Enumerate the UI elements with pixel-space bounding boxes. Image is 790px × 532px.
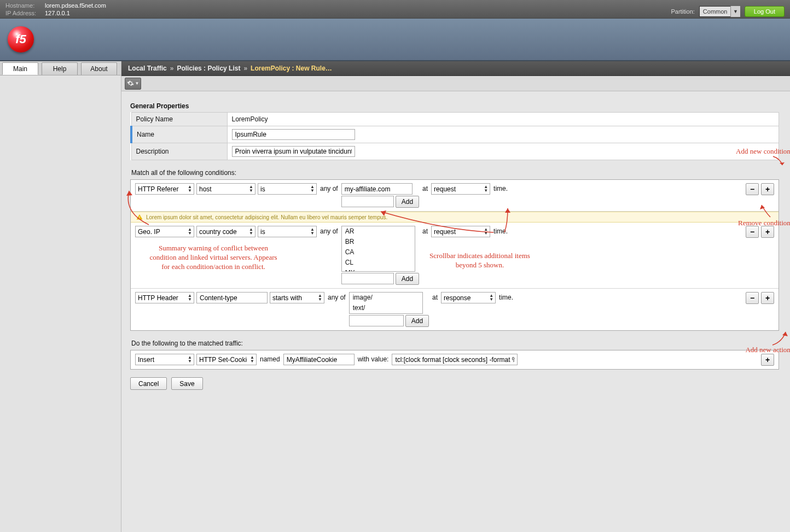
cond3-compare-select[interactable]: starts with	[270, 292, 324, 303]
ip-label: IP Address:	[5, 9, 45, 17]
list-item[interactable]: text/	[350, 303, 422, 313]
f5-logo: f5	[8, 26, 34, 52]
list-item[interactable]: AR	[342, 226, 415, 237]
cond3-new-value-input[interactable]	[349, 315, 404, 326]
cancel-button[interactable]: Cancel	[130, 377, 167, 390]
svg-marker-0	[780, 162, 785, 165]
name-label: Name	[131, 126, 227, 143]
toolbar: ▼	[121, 76, 790, 91]
policy-name-value: LoremPolicy	[227, 113, 779, 126]
breadcrumb-2[interactable]: Policies : Policy List	[177, 65, 240, 72]
cond2-remove-button[interactable]: −	[746, 226, 759, 238]
actions-box: Insert HTTP Set-Cookie named with value:…	[130, 350, 779, 370]
cond2-add-button[interactable]: +	[761, 226, 774, 238]
actions-title: Do the following to the matched traffic:	[131, 340, 779, 347]
logout-button[interactable]: Log Out	[745, 6, 785, 17]
f5-logo-ball: f5	[8, 26, 34, 52]
conditions-title: Match all of the following conditions:	[131, 169, 236, 177]
cond1-time-label: time.	[492, 183, 509, 195]
cond1-new-value-input[interactable]	[341, 196, 394, 207]
save-button[interactable]: Save	[171, 377, 202, 390]
cond2-compare-select[interactable]: is	[258, 226, 317, 237]
partition-select[interactable]: Common	[699, 6, 740, 17]
ip-value: 127.0.0.1	[45, 10, 70, 16]
sidebar: Main Help About	[0, 61, 121, 532]
policy-name-label: Policy Name	[131, 113, 227, 126]
cond1-sub-select[interactable]: host	[196, 183, 255, 195]
list-item[interactable]: CA	[342, 247, 415, 258]
description-label: Description	[131, 143, 227, 160]
sidebar-tab-help[interactable]: Help	[42, 62, 78, 75]
chevron-down-icon: ▼	[135, 81, 140, 86]
list-item[interactable]: BR	[342, 237, 415, 247]
cond2-operand-select[interactable]: Geo. IP	[135, 226, 194, 237]
cond1-at-label: at	[421, 183, 429, 195]
cond2-add-value-button[interactable]: Add	[396, 273, 419, 285]
list-item[interactable]: MX	[342, 268, 415, 272]
gear-icon	[127, 80, 134, 87]
action-row-1: Insert HTTP Set-Cookie named with value:…	[131, 350, 779, 369]
cond3-add-button[interactable]: +	[761, 292, 774, 304]
breadcrumb-current: LoremPolicy : New Rule…	[251, 65, 332, 72]
sidebar-tab-about[interactable]: About	[81, 62, 117, 75]
cond2-time-label: time.	[492, 226, 509, 237]
act1-add-button[interactable]: +	[761, 354, 774, 366]
cond3-time-label: time.	[498, 292, 514, 303]
list-item[interactable]: CL	[342, 258, 415, 268]
act1-named-label: named	[259, 354, 281, 365]
cond2-at-label: at	[421, 226, 429, 237]
cond3-at-label: at	[431, 292, 439, 303]
condition-row-3: HTTP Header starts with any of image/ te…	[131, 289, 779, 330]
cond1-anyof-label: any of	[319, 183, 339, 195]
status-bar: Hostname:lorem.pdsea.f5net.com IP Addres…	[0, 0, 790, 19]
conditions-box: HTTP Referer host is any of Add at reque…	[130, 179, 779, 331]
condition-row-1: HTTP Referer host is any of Add at reque…	[131, 180, 779, 212]
cond3-operand-select[interactable]: HTTP Header	[135, 292, 194, 303]
cond1-compare-select[interactable]: is	[258, 183, 317, 195]
description-input[interactable]	[232, 146, 355, 157]
act1-name-input[interactable]	[283, 354, 355, 365]
condition-row-2: Geo. IP country code is any of AR BR CA …	[131, 223, 779, 289]
cond2-values-list[interactable]: AR BR CA CL MX	[341, 226, 415, 272]
rule-name-input[interactable]	[232, 129, 355, 140]
cond2-sub-select[interactable]: country code	[196, 226, 255, 237]
act1-withvalue-label: with value:	[357, 354, 390, 365]
hostname-value: lorem.pdsea.f5net.com	[45, 2, 106, 9]
properties-table: Policy Name LoremPolicy Name Description	[130, 112, 779, 160]
cond1-add-button[interactable]: +	[761, 183, 774, 195]
cond3-anyof-label: any of	[327, 292, 347, 303]
act1-target-select[interactable]: HTTP Set-Cookie	[196, 354, 257, 365]
cond3-header-name-input[interactable]	[196, 292, 268, 303]
hostname-label: Hostname:	[5, 2, 45, 9]
act1-verb-select[interactable]: Insert	[135, 354, 194, 365]
warning-icon	[136, 214, 143, 220]
partition-label: Partition:	[671, 8, 694, 15]
banner: f5	[0, 19, 790, 61]
cond3-event-select[interactable]: response	[441, 292, 496, 303]
breadcrumb-1[interactable]: Local Traffic	[128, 65, 167, 72]
cond3-remove-button[interactable]: −	[746, 292, 759, 304]
sidebar-tab-main[interactable]: Main	[2, 62, 38, 75]
cond2-anyof-label: any of	[319, 226, 339, 237]
svg-marker-5	[782, 332, 788, 336]
condition-warning-text: Lorem ipsum dolor sit amet, consectetur …	[146, 214, 387, 220]
cond1-add-value-button[interactable]: Add	[396, 196, 419, 208]
gear-menu-button[interactable]: ▼	[125, 78, 141, 90]
cond1-operand-select[interactable]: HTTP Referer	[135, 183, 194, 195]
cond2-new-value-input[interactable]	[341, 273, 394, 284]
condition-warning-bar: Lorem ipsum dolor sit amet, consectetur …	[131, 212, 779, 223]
list-item[interactable]: image/	[350, 293, 422, 303]
main-panel: Local Traffic » Policies : Policy List »…	[121, 61, 790, 532]
act1-value-input[interactable]	[392, 354, 518, 365]
breadcrumb: Local Traffic » Policies : Policy List »…	[121, 61, 790, 76]
section-general-title: General Properties	[130, 102, 779, 110]
cond1-value-0[interactable]	[341, 183, 413, 195]
cond3-values-list[interactable]: image/ text/	[349, 292, 423, 314]
cond1-remove-button[interactable]: −	[746, 183, 759, 195]
cond2-event-select[interactable]: request	[431, 226, 490, 237]
cond1-event-select[interactable]: request	[431, 183, 490, 195]
cond3-add-value-button[interactable]: Add	[405, 315, 429, 327]
